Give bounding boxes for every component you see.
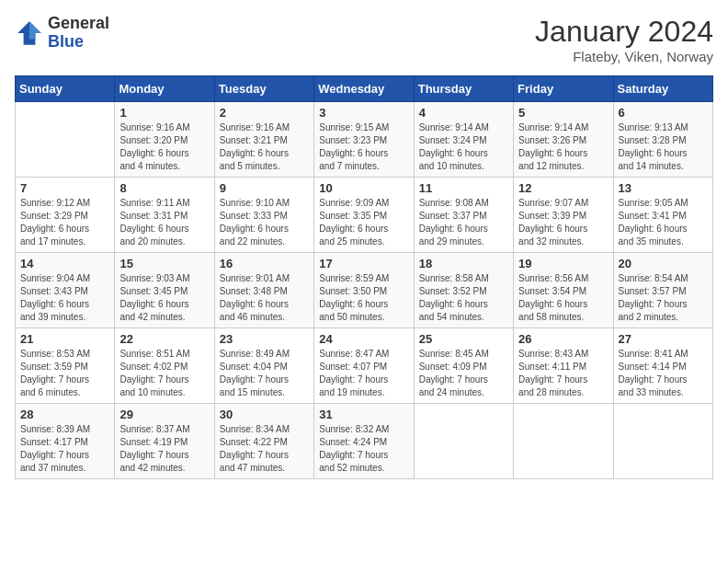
- day-number: 12: [518, 181, 608, 195]
- day-number: 18: [419, 257, 508, 270]
- day-number: 31: [319, 408, 408, 421]
- day-number: 20: [619, 257, 708, 270]
- day-number: 28: [20, 408, 109, 421]
- day-detail: Sunrise: 9:14 AMSunset: 3:24 PMDaylight:…: [419, 121, 508, 173]
- calendar-cell: 2Sunrise: 9:16 AMSunset: 3:21 PMDaylight…: [214, 102, 313, 178]
- day-number: 30: [220, 408, 309, 421]
- calendar-cell: [514, 404, 613, 479]
- logo-text: General Blue: [48, 15, 109, 52]
- day-number: 1: [119, 106, 209, 120]
- calendar-cell: 31Sunrise: 8:32 AMSunset: 4:24 PMDayligh…: [314, 404, 414, 479]
- day-number: 17: [319, 257, 408, 270]
- day-detail: Sunrise: 9:01 AMSunset: 3:48 PMDaylight:…: [220, 272, 309, 324]
- calendar-cell: 27Sunrise: 8:41 AMSunset: 4:14 PMDayligh…: [613, 328, 712, 404]
- day-detail: Sunrise: 9:03 AMSunset: 3:45 PMDaylight:…: [119, 272, 209, 324]
- day-detail: Sunrise: 9:08 AMSunset: 3:37 PMDaylight:…: [419, 197, 508, 248]
- day-number: 11: [419, 181, 508, 195]
- calendar-cell: 11Sunrise: 9:08 AMSunset: 3:37 PMDayligh…: [414, 178, 513, 253]
- calendar-cell: 6Sunrise: 9:13 AMSunset: 3:28 PMDaylight…: [613, 102, 712, 178]
- day-number: 6: [619, 106, 708, 120]
- calendar-cell: 7Sunrise: 9:12 AMSunset: 3:29 PMDaylight…: [16, 178, 115, 253]
- calendar-cell: 22Sunrise: 8:51 AMSunset: 4:02 PMDayligh…: [115, 328, 214, 404]
- calendar-body: 1Sunrise: 9:16 AMSunset: 3:20 PMDaylight…: [16, 102, 713, 479]
- week-row-1: 1Sunrise: 9:16 AMSunset: 3:20 PMDaylight…: [16, 102, 713, 178]
- day-detail: Sunrise: 8:41 AMSunset: 4:14 PMDaylight:…: [619, 348, 708, 399]
- calendar-cell: 13Sunrise: 9:05 AMSunset: 3:41 PMDayligh…: [613, 178, 712, 253]
- day-detail: Sunrise: 8:32 AMSunset: 4:24 PMDaylight:…: [319, 423, 408, 475]
- day-number: 3: [319, 106, 408, 120]
- calendar-cell: 15Sunrise: 9:03 AMSunset: 3:45 PMDayligh…: [115, 253, 214, 328]
- calendar-cell: 1Sunrise: 9:16 AMSunset: 3:20 PMDaylight…: [115, 102, 214, 178]
- day-detail: Sunrise: 9:14 AMSunset: 3:26 PMDaylight:…: [518, 121, 608, 173]
- calendar-header: SundayMondayTuesdayWednesdayThursdayFrid…: [16, 76, 713, 102]
- location-subtitle: Flateby, Viken, Norway: [535, 49, 713, 64]
- day-number: 10: [319, 181, 408, 195]
- day-detail: Sunrise: 9:16 AMSunset: 3:21 PMDaylight:…: [220, 121, 309, 173]
- week-row-5: 28Sunrise: 8:39 AMSunset: 4:17 PMDayligh…: [16, 404, 713, 479]
- page-header: General Blue January 2024 Flateby, Viken…: [15, 15, 713, 64]
- calendar-cell: 24Sunrise: 8:47 AMSunset: 4:07 PMDayligh…: [314, 328, 414, 404]
- day-number: 13: [619, 181, 708, 195]
- calendar-cell: 10Sunrise: 9:09 AMSunset: 3:35 PMDayligh…: [314, 178, 414, 253]
- logo-general-text: General: [48, 15, 109, 33]
- day-detail: Sunrise: 8:34 AMSunset: 4:22 PMDaylight:…: [220, 423, 309, 475]
- day-number: 23: [220, 332, 309, 346]
- day-detail: Sunrise: 9:13 AMSunset: 3:28 PMDaylight:…: [619, 121, 708, 173]
- day-number: 21: [20, 332, 109, 346]
- header-row: SundayMondayTuesdayWednesdayThursdayFrid…: [16, 76, 713, 102]
- calendar-cell: 8Sunrise: 9:11 AMSunset: 3:31 PMDaylight…: [115, 178, 214, 253]
- day-number: 9: [220, 181, 309, 195]
- calendar-cell: 29Sunrise: 8:37 AMSunset: 4:19 PMDayligh…: [115, 404, 214, 479]
- header-saturday: Saturday: [613, 76, 712, 102]
- calendar-cell: 5Sunrise: 9:14 AMSunset: 3:26 PMDaylight…: [514, 102, 613, 178]
- day-detail: Sunrise: 9:15 AMSunset: 3:23 PMDaylight:…: [319, 121, 408, 173]
- day-number: 14: [20, 257, 109, 270]
- day-detail: Sunrise: 8:51 AMSunset: 4:02 PMDaylight:…: [119, 348, 209, 399]
- header-friday: Friday: [514, 76, 613, 102]
- header-monday: Monday: [115, 76, 214, 102]
- day-number: 5: [518, 106, 608, 120]
- day-number: 24: [319, 332, 408, 346]
- week-row-2: 7Sunrise: 9:12 AMSunset: 3:29 PMDaylight…: [16, 178, 713, 253]
- day-detail: Sunrise: 9:16 AMSunset: 3:20 PMDaylight:…: [119, 121, 209, 173]
- calendar-cell: 28Sunrise: 8:39 AMSunset: 4:17 PMDayligh…: [16, 404, 115, 479]
- day-detail: Sunrise: 9:09 AMSunset: 3:35 PMDaylight:…: [319, 197, 408, 248]
- day-number: 15: [119, 257, 209, 270]
- day-detail: Sunrise: 8:54 AMSunset: 3:57 PMDaylight:…: [619, 272, 708, 324]
- calendar-cell: 30Sunrise: 8:34 AMSunset: 4:22 PMDayligh…: [214, 404, 313, 479]
- week-row-3: 14Sunrise: 9:04 AMSunset: 3:43 PMDayligh…: [16, 253, 713, 328]
- calendar-cell: 3Sunrise: 9:15 AMSunset: 3:23 PMDaylight…: [314, 102, 414, 178]
- calendar-cell: 14Sunrise: 9:04 AMSunset: 3:43 PMDayligh…: [16, 253, 115, 328]
- header-wednesday: Wednesday: [314, 76, 414, 102]
- day-detail: Sunrise: 8:39 AMSunset: 4:17 PMDaylight:…: [20, 423, 109, 475]
- calendar-cell: 9Sunrise: 9:10 AMSunset: 3:33 PMDaylight…: [214, 178, 313, 253]
- day-detail: Sunrise: 9:10 AMSunset: 3:33 PMDaylight:…: [220, 197, 309, 248]
- calendar-cell: 26Sunrise: 8:43 AMSunset: 4:11 PMDayligh…: [514, 328, 613, 404]
- week-row-4: 21Sunrise: 8:53 AMSunset: 3:59 PMDayligh…: [16, 328, 713, 404]
- logo-icon: [15, 18, 44, 48]
- logo-blue-text: Blue: [48, 33, 109, 52]
- calendar-cell: 19Sunrise: 8:56 AMSunset: 3:54 PMDayligh…: [514, 253, 613, 328]
- day-detail: Sunrise: 8:56 AMSunset: 3:54 PMDaylight:…: [518, 272, 608, 324]
- logo: General Blue: [15, 15, 109, 52]
- day-number: 16: [220, 257, 309, 270]
- calendar-cell: [613, 404, 712, 479]
- day-detail: Sunrise: 8:45 AMSunset: 4:09 PMDaylight:…: [419, 348, 508, 399]
- day-number: 7: [20, 181, 109, 195]
- calendar-cell: 18Sunrise: 8:58 AMSunset: 3:52 PMDayligh…: [414, 253, 513, 328]
- day-number: 26: [518, 332, 608, 346]
- day-detail: Sunrise: 8:53 AMSunset: 3:59 PMDaylight:…: [20, 348, 109, 399]
- day-number: 29: [119, 408, 209, 421]
- day-number: 22: [119, 332, 209, 346]
- day-detail: Sunrise: 9:11 AMSunset: 3:31 PMDaylight:…: [119, 197, 209, 248]
- day-detail: Sunrise: 8:59 AMSunset: 3:50 PMDaylight:…: [319, 272, 408, 324]
- calendar-cell: 17Sunrise: 8:59 AMSunset: 3:50 PMDayligh…: [314, 253, 414, 328]
- day-number: 4: [419, 106, 508, 120]
- day-detail: Sunrise: 8:47 AMSunset: 4:07 PMDaylight:…: [319, 348, 408, 399]
- day-number: 2: [220, 106, 309, 120]
- day-detail: Sunrise: 9:04 AMSunset: 3:43 PMDaylight:…: [20, 272, 109, 324]
- calendar-table: SundayMondayTuesdayWednesdayThursdayFrid…: [15, 75, 713, 479]
- day-detail: Sunrise: 9:05 AMSunset: 3:41 PMDaylight:…: [619, 197, 708, 248]
- month-title: January 2024: [535, 15, 713, 49]
- header-sunday: Sunday: [16, 76, 115, 102]
